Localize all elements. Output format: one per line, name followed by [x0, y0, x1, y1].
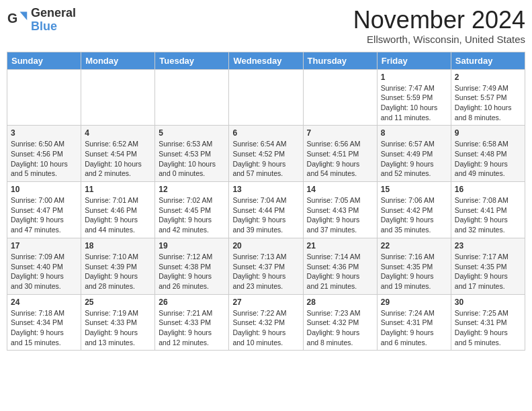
page-header: G General Blue November 2024 Ellsworth, … [7, 7, 525, 45]
calendar-day: 18Sunrise: 7:10 AM Sunset: 4:39 PM Dayli… [81, 238, 155, 294]
calendar-day: 22Sunrise: 7:16 AM Sunset: 4:35 PM Dayli… [377, 238, 451, 294]
calendar-day: 4Sunrise: 6:52 AM Sunset: 4:54 PM Daylig… [81, 126, 155, 182]
calendar-day: 17Sunrise: 7:09 AM Sunset: 4:40 PM Dayli… [7, 238, 81, 294]
day-info: Sunrise: 6:50 AM Sunset: 4:56 PM Dayligh… [11, 139, 77, 179]
day-number: 5 [159, 128, 225, 138]
title-block: November 2024 Ellsworth, Wisconsin, Unit… [353, 7, 525, 45]
day-number: 7 [307, 128, 373, 138]
logo-icon: G [7, 9, 28, 31]
day-number: 23 [455, 241, 521, 250]
logo: G General Blue [7, 7, 76, 34]
day-info: Sunrise: 6:53 AM Sunset: 4:53 PM Dayligh… [159, 139, 225, 179]
day-number: 10 [11, 185, 77, 194]
day-info: Sunrise: 7:19 AM Sunset: 4:33 PM Dayligh… [85, 308, 151, 348]
day-number: 8 [381, 128, 447, 138]
calendar-day: 6Sunrise: 6:54 AM Sunset: 4:52 PM Daylig… [229, 126, 303, 182]
day-info: Sunrise: 7:47 AM Sunset: 5:59 PM Dayligh… [381, 83, 447, 123]
day-number: 29 [381, 298, 447, 307]
weekday-header: Sunday [7, 52, 81, 69]
day-info: Sunrise: 6:52 AM Sunset: 4:54 PM Dayligh… [85, 139, 151, 179]
day-number: 3 [11, 128, 77, 138]
day-info: Sunrise: 7:49 AM Sunset: 5:57 PM Dayligh… [455, 83, 521, 123]
day-number: 28 [307, 298, 373, 307]
day-info: Sunrise: 7:16 AM Sunset: 4:35 PM Dayligh… [381, 252, 447, 291]
calendar-day: 3Sunrise: 6:50 AM Sunset: 4:56 PM Daylig… [7, 126, 81, 182]
day-number: 14 [307, 185, 373, 194]
calendar-day: 10Sunrise: 7:00 AM Sunset: 4:47 PM Dayli… [7, 182, 81, 238]
day-info: Sunrise: 7:05 AM Sunset: 4:43 PM Dayligh… [307, 195, 373, 235]
day-number: 17 [11, 241, 77, 250]
calendar-week-row: 24Sunrise: 7:18 AM Sunset: 4:34 PM Dayli… [7, 294, 525, 351]
weekday-header: Wednesday [229, 52, 303, 69]
day-number: 1 [381, 73, 447, 82]
calendar-day: 13Sunrise: 7:04 AM Sunset: 4:44 PM Dayli… [229, 182, 303, 238]
calendar-week-row: 3Sunrise: 6:50 AM Sunset: 4:56 PM Daylig… [7, 126, 525, 182]
calendar-day: 27Sunrise: 7:22 AM Sunset: 4:32 PM Dayli… [229, 294, 303, 351]
calendar-day: 26Sunrise: 7:21 AM Sunset: 4:33 PM Dayli… [155, 294, 229, 351]
day-number: 25 [85, 298, 151, 307]
calendar-day: 12Sunrise: 7:02 AM Sunset: 4:45 PM Dayli… [155, 182, 229, 238]
day-number: 13 [232, 185, 299, 194]
day-number: 9 [455, 128, 521, 138]
day-number: 27 [232, 298, 299, 307]
day-number: 4 [85, 128, 151, 138]
day-info: Sunrise: 7:22 AM Sunset: 4:32 PM Dayligh… [232, 308, 299, 348]
calendar-day: 8Sunrise: 6:57 AM Sunset: 4:49 PM Daylig… [377, 126, 451, 182]
calendar-empty [155, 69, 229, 126]
calendar-day: 1Sunrise: 7:47 AM Sunset: 5:59 PM Daylig… [377, 69, 451, 126]
day-info: Sunrise: 7:21 AM Sunset: 4:33 PM Dayligh… [159, 308, 225, 348]
calendar-empty [303, 69, 377, 126]
calendar-week-row: 1Sunrise: 7:47 AM Sunset: 5:59 PM Daylig… [7, 69, 525, 126]
day-number: 20 [232, 241, 299, 250]
weekday-header: Monday [81, 52, 155, 69]
day-info: Sunrise: 7:25 AM Sunset: 4:31 PM Dayligh… [455, 308, 521, 348]
calendar-empty [229, 69, 303, 126]
day-info: Sunrise: 7:24 AM Sunset: 4:31 PM Dayligh… [381, 308, 447, 348]
calendar-day: 19Sunrise: 7:12 AM Sunset: 4:38 PM Dayli… [155, 238, 229, 294]
weekday-header: Saturday [451, 52, 525, 69]
day-info: Sunrise: 7:04 AM Sunset: 4:44 PM Dayligh… [232, 195, 299, 235]
day-info: Sunrise: 6:58 AM Sunset: 4:48 PM Dayligh… [455, 139, 521, 179]
calendar-day: 16Sunrise: 7:08 AM Sunset: 4:41 PM Dayli… [451, 182, 525, 238]
calendar-header-row: SundayMondayTuesdayWednesdayThursdayFrid… [7, 52, 525, 69]
day-number: 16 [455, 185, 521, 194]
calendar-day: 29Sunrise: 7:24 AM Sunset: 4:31 PM Dayli… [377, 294, 451, 351]
calendar-day: 9Sunrise: 6:58 AM Sunset: 4:48 PM Daylig… [451, 126, 525, 182]
svg-text:G: G [7, 10, 17, 25]
calendar-table: SundayMondayTuesdayWednesdayThursdayFrid… [7, 52, 525, 351]
day-info: Sunrise: 6:56 AM Sunset: 4:51 PM Dayligh… [307, 139, 373, 179]
day-number: 26 [159, 298, 225, 307]
calendar-day: 30Sunrise: 7:25 AM Sunset: 4:31 PM Dayli… [451, 294, 525, 351]
day-number: 30 [455, 298, 521, 307]
day-number: 11 [85, 185, 151, 194]
day-info: Sunrise: 7:23 AM Sunset: 4:32 PM Dayligh… [307, 308, 373, 348]
calendar-day: 28Sunrise: 7:23 AM Sunset: 4:32 PM Dayli… [303, 294, 377, 351]
logo-general: General [31, 6, 76, 19]
day-info: Sunrise: 7:09 AM Sunset: 4:40 PM Dayligh… [11, 252, 77, 291]
calendar-week-row: 10Sunrise: 7:00 AM Sunset: 4:47 PM Dayli… [7, 182, 525, 238]
logo-blue: Blue [31, 19, 57, 33]
calendar-day: 5Sunrise: 6:53 AM Sunset: 4:53 PM Daylig… [155, 126, 229, 182]
calendar-week-row: 17Sunrise: 7:09 AM Sunset: 4:40 PM Dayli… [7, 238, 525, 294]
calendar-day: 20Sunrise: 7:13 AM Sunset: 4:37 PM Dayli… [229, 238, 303, 294]
day-info: Sunrise: 7:02 AM Sunset: 4:45 PM Dayligh… [159, 195, 225, 235]
calendar-day: 14Sunrise: 7:05 AM Sunset: 4:43 PM Dayli… [303, 182, 377, 238]
day-number: 15 [381, 185, 447, 194]
day-info: Sunrise: 6:54 AM Sunset: 4:52 PM Dayligh… [232, 139, 299, 179]
day-number: 18 [85, 241, 151, 250]
day-info: Sunrise: 7:18 AM Sunset: 4:34 PM Dayligh… [11, 308, 77, 348]
day-number: 6 [232, 128, 299, 138]
day-number: 19 [159, 241, 225, 250]
calendar-day: 24Sunrise: 7:18 AM Sunset: 4:34 PM Dayli… [7, 294, 81, 351]
calendar-empty [7, 69, 81, 126]
day-info: Sunrise: 7:08 AM Sunset: 4:41 PM Dayligh… [455, 195, 521, 235]
calendar-day: 21Sunrise: 7:14 AM Sunset: 4:36 PM Dayli… [303, 238, 377, 294]
calendar-day: 2Sunrise: 7:49 AM Sunset: 5:57 PM Daylig… [451, 69, 525, 126]
calendar-empty [81, 69, 155, 126]
day-number: 2 [455, 73, 521, 82]
calendar-day: 23Sunrise: 7:17 AM Sunset: 4:35 PM Dayli… [451, 238, 525, 294]
location: Ellsworth, Wisconsin, United States [353, 34, 525, 45]
day-number: 22 [381, 241, 447, 250]
weekday-header: Friday [377, 52, 451, 69]
day-number: 12 [159, 185, 225, 194]
